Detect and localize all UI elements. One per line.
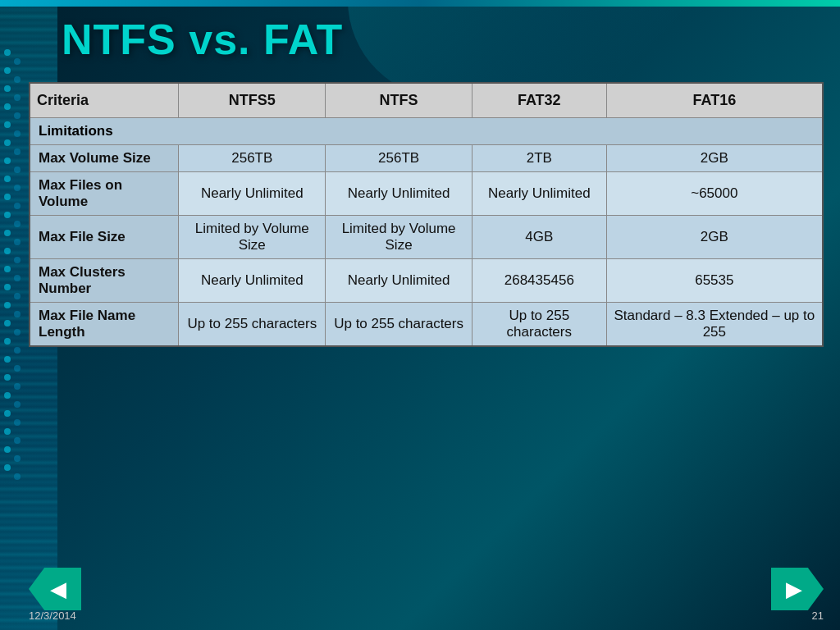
dna-dot (4, 266, 11, 272)
ntfs5-cell: Nearly Unlimited (179, 259, 326, 303)
dna-dot (14, 76, 21, 83)
dna-dot (14, 293, 21, 299)
col-criteria: Criteria (30, 83, 179, 118)
criteria-cell: Max Clusters Number (30, 259, 179, 303)
dna-dot (4, 248, 11, 254)
dna-dot (4, 284, 11, 290)
dna-dot (4, 230, 11, 236)
dna-dot (4, 392, 11, 399)
criteria-cell: Max Files on Volume (30, 172, 179, 216)
ntfs-cell: Nearly Unlimited (326, 172, 472, 216)
criteria-cell: Max File Name Length (30, 303, 179, 347)
dna-dot (14, 203, 21, 209)
dna-dot (4, 49, 11, 56)
ntfs-cell: Up to 255 characters (326, 303, 472, 347)
fat32-cell: 4GB (472, 216, 606, 259)
top-border (0, 0, 840, 7)
ntfs-cell: Nearly Unlimited (326, 259, 472, 303)
ntfs5-cell: Nearly Unlimited (179, 172, 326, 216)
dna-dot (4, 194, 11, 200)
dna-dot (14, 401, 21, 408)
dna-dot (14, 329, 21, 336)
dna-dot (4, 320, 11, 326)
table-row: Max File Size Limited by Volume Size Lim… (30, 216, 823, 259)
dna-dot (14, 383, 21, 390)
dna-dot (14, 455, 21, 462)
dna-dot (4, 176, 11, 182)
dna-dot (4, 103, 11, 110)
dna-dot (4, 121, 11, 128)
ntfs5-cell: 256TB (179, 145, 326, 172)
fat16-cell: 2GB (606, 216, 823, 259)
criteria-cell: Max Volume Size (30, 145, 179, 172)
fat16-cell: 65535 (606, 259, 823, 303)
dna-dot (14, 365, 21, 372)
dna-dot (14, 221, 21, 227)
dna-dot (4, 139, 11, 146)
dna-dot (14, 112, 21, 119)
fat16-cell: 2GB (606, 145, 823, 172)
dna-dot (14, 239, 21, 245)
dna-dot (14, 185, 21, 191)
dna-dot (4, 67, 11, 74)
dna-dot (14, 311, 21, 317)
comparison-table: Criteria NTFS5 NTFS FAT32 FAT16 Limitati… (29, 82, 824, 347)
fat16-cell: ~65000 (606, 172, 823, 216)
footer-page-number: 21 (812, 609, 824, 622)
dna-dot (14, 419, 21, 426)
dna-dot (4, 302, 11, 308)
dna-dot (14, 94, 21, 101)
dna-dot (4, 428, 11, 435)
dna-dot (14, 275, 21, 281)
dna-dot (4, 446, 11, 453)
prev-arrow-icon: ◀ (50, 577, 66, 602)
ntfs5-cell: Limited by Volume Size (179, 216, 326, 259)
fat32-cell: 268435456 (472, 259, 606, 303)
dna-dot (4, 85, 11, 92)
table-row: Max Files on Volume Nearly Unlimited Nea… (30, 172, 823, 216)
page-title: NTFS vs. FAT (62, 15, 343, 64)
title-area: NTFS vs. FAT (62, 15, 343, 64)
dna-dot (14, 257, 21, 263)
ntfs-cell: Limited by Volume Size (326, 216, 472, 259)
next-arrow-icon: ▶ (786, 577, 802, 602)
table-row: Max Volume Size 256TB 256TB 2TB 2GB (30, 145, 823, 172)
dna-dot (4, 464, 11, 471)
limitations-section-row: Limitations (30, 118, 823, 145)
dna-dots (4, 49, 21, 480)
limitations-label: Limitations (30, 118, 823, 145)
dna-dot (14, 347, 21, 354)
dna-dot (4, 158, 11, 164)
fat32-cell: 2TB (472, 145, 606, 172)
dna-dot (14, 148, 21, 155)
col-ntfs5: NTFS5 (179, 83, 326, 118)
comparison-table-container: Criteria NTFS5 NTFS FAT32 FAT16 Limitati… (29, 82, 824, 347)
dna-dot (4, 212, 11, 218)
table-row: Max Clusters Number Nearly Unlimited Nea… (30, 259, 823, 303)
col-fat32: FAT32 (472, 83, 606, 118)
dna-dot (4, 356, 11, 363)
fat16-cell: Standard – 8.3 Extended – up to 255 (606, 303, 823, 347)
ntfs5-cell: Up to 255 characters (179, 303, 326, 347)
dna-dot (4, 410, 11, 417)
fat32-cell: Up to 255 characters (472, 303, 606, 347)
col-fat16: FAT16 (606, 83, 823, 118)
dna-dot (14, 58, 21, 65)
criteria-cell: Max File Size (30, 216, 179, 259)
dna-dot (14, 473, 21, 480)
dna-dot (4, 338, 11, 345)
table-row: Max File Name Length Up to 255 character… (30, 303, 823, 347)
dna-dot (14, 437, 21, 444)
dna-dot (14, 130, 21, 137)
fat32-cell: Nearly Unlimited (472, 172, 606, 216)
footer-date: 12/3/2014 (29, 609, 76, 622)
dna-dot (4, 374, 11, 381)
dna-dot (14, 167, 21, 173)
ntfs-cell: 256TB (326, 145, 472, 172)
col-ntfs: NTFS (326, 83, 472, 118)
table-header-row: Criteria NTFS5 NTFS FAT32 FAT16 (30, 83, 823, 118)
